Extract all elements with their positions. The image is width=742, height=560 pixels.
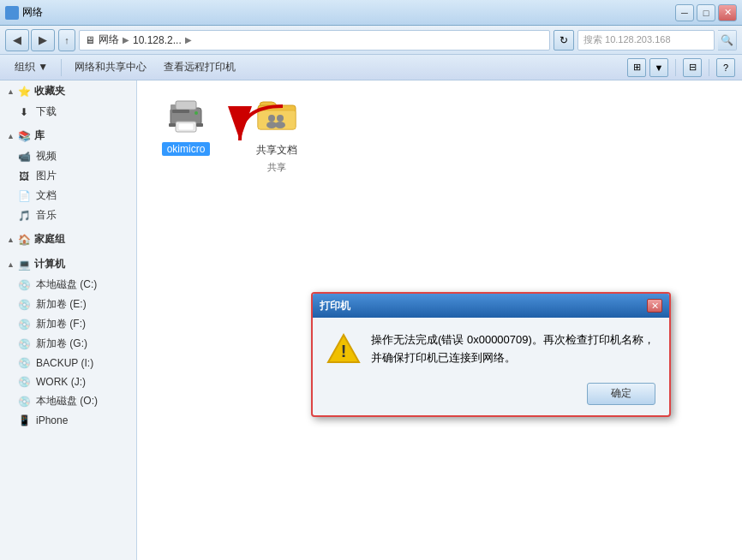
- backup-icon: 💿: [17, 356, 31, 370]
- sidebar-item-drive-f[interactable]: 💿 新加卷 (F:): [0, 314, 136, 334]
- library-header-text: 库: [34, 128, 45, 143]
- refresh-icon: ↻: [559, 34, 568, 46]
- iphone-label: iPhone: [36, 414, 68, 426]
- svg-point-4: [194, 111, 198, 115]
- drive-e-icon: 💿: [17, 298, 31, 312]
- sidebar-item-drive-e[interactable]: 💿 新加卷 (E:): [0, 295, 136, 314]
- pane-button[interactable]: ⊟: [683, 58, 702, 77]
- drive-g-icon: 💿: [17, 337, 31, 351]
- breadcrumb-root: 网络: [99, 33, 119, 47]
- window-controls: ─ □ ✕: [675, 4, 737, 21]
- sidebar-computer-header[interactable]: ▲ 💻 计算机: [0, 253, 136, 275]
- sidebar-item-backup[interactable]: 💿 BACKUP (I:): [0, 354, 136, 372]
- favorites-arrow-icon: ▲: [7, 87, 15, 96]
- minimize-button[interactable]: ─: [675, 4, 694, 21]
- drive-c-icon: 💿: [17, 278, 31, 292]
- drive-e-label: 新加卷 (E:): [36, 297, 87, 312]
- homegroup-arrow-icon: ▲: [7, 235, 15, 244]
- breadcrumb-bar[interactable]: 🖥 网络 ▶ 10.128.2... ▶: [79, 30, 550, 51]
- remote-printer-button[interactable]: 查看远程打印机: [156, 57, 243, 78]
- sidebar-computer-section: ▲ 💻 计算机 💿 本地磁盘 (C:) 💿 新加卷 (E:) 💿 新加卷 (F:…: [0, 253, 136, 430]
- dialog-message: 操作无法完成(错误 0x00000709)。再次检查打印机名称，并确保打印机已连…: [371, 331, 655, 367]
- sidebar-homegroup-section: ▲ 🏠 家庭组: [0, 229, 136, 250]
- dialog-close-button[interactable]: ✕: [647, 299, 662, 313]
- sidebar-item-work[interactable]: 💿 WORK (J:): [0, 372, 136, 391]
- sidebar-item-drive-g[interactable]: 💿 新加卷 (G:): [0, 334, 136, 354]
- printer-item[interactable]: okimicro: [147, 91, 224, 175]
- svg-rect-1: [176, 101, 196, 110]
- refresh-button[interactable]: ↻: [554, 30, 574, 51]
- drive-o-icon: 💿: [17, 395, 31, 408]
- toolbar-separator2: [675, 59, 676, 76]
- work-label: WORK (J:): [36, 376, 86, 388]
- sidebar-item-iphone[interactable]: 📱 iPhone: [0, 411, 136, 430]
- computer-arrow-icon: ▲: [7, 260, 15, 269]
- nav-buttons: ◀ ▶: [5, 29, 55, 51]
- library-icon: 📚: [18, 130, 31, 142]
- drive-g-label: 新加卷 (G:): [36, 337, 87, 351]
- forward-button[interactable]: ▶: [31, 29, 55, 51]
- toolbar-right: ⊞ ▼ ⊟ ?: [627, 58, 735, 77]
- view-dropdown-button[interactable]: ▼: [649, 58, 668, 77]
- svg-rect-7: [196, 123, 203, 127]
- content-area: okimicro: [137, 80, 742, 560]
- sidebar-item-drive-c[interactable]: 💿 本地磁盘 (C:): [0, 275, 136, 295]
- breadcrumb-separator: ▶: [123, 35, 129, 45]
- dialog-title: 打印机: [320, 299, 350, 313]
- view-options-button[interactable]: ⊞: [627, 58, 646, 77]
- search-button[interactable]: 🔍: [718, 30, 737, 51]
- up-button[interactable]: ↑: [58, 29, 75, 51]
- dialog-footer: 确定: [313, 378, 669, 415]
- drive-c-label: 本地磁盘 (C:): [36, 277, 97, 292]
- library-arrow-icon: ▲: [7, 132, 15, 140]
- music-label: 音乐: [36, 208, 57, 223]
- video-icon: 📹: [17, 150, 31, 164]
- close-button[interactable]: ✕: [718, 4, 737, 21]
- svg-rect-3: [178, 123, 194, 130]
- shared-folder-label2: 共享: [264, 160, 290, 175]
- back-button[interactable]: ◀: [5, 29, 29, 51]
- document-icon: 📄: [17, 189, 31, 203]
- svg-point-14: [275, 122, 285, 128]
- help-button[interactable]: ?: [716, 58, 735, 77]
- toolbar-separator3: [709, 59, 709, 76]
- shared-folder-item[interactable]: 共享文档 共享: [238, 91, 315, 175]
- breadcrumb-icon: 🖥: [85, 34, 95, 46]
- folder-icon-wrapper: [249, 91, 304, 139]
- toolbar-separator1: [61, 59, 62, 76]
- svg-rect-6: [169, 123, 176, 127]
- favorites-header-text: 收藏夹: [34, 84, 65, 98]
- document-label: 文档: [36, 188, 57, 203]
- sidebar-item-image[interactable]: 🖼 图片: [0, 166, 136, 186]
- network-center-button[interactable]: 网络和共享中心: [67, 57, 154, 78]
- search-placeholder: 搜索 10.128.203.168: [583, 33, 671, 46]
- shared-folder-label1: 共享文档: [253, 142, 301, 158]
- sidebar-item-video[interactable]: 📹 视频: [0, 146, 136, 166]
- sidebar-homegroup-header[interactable]: ▲ 🏠 家庭组: [0, 229, 136, 250]
- search-input[interactable]: 搜索 10.128.203.168: [577, 30, 715, 51]
- window-icon: [5, 6, 19, 20]
- organize-button[interactable]: 组织 ▼: [7, 57, 56, 78]
- sidebar-library-header[interactable]: ▲ 📚 库: [0, 125, 136, 146]
- search-icon: 🔍: [721, 34, 733, 46]
- image-label: 图片: [36, 169, 57, 183]
- window-title: 网络: [22, 5, 43, 20]
- homegroup-icon: 🏠: [18, 234, 31, 246]
- sidebar-favorites-header[interactable]: ▲ ⭐ 收藏夹: [0, 80, 136, 102]
- error-dialog: 打印机 ✕ ! 操作无法完成(错误 0x00000709)。再次检查打印机名称，…: [311, 292, 671, 417]
- maximize-button[interactable]: □: [697, 4, 715, 21]
- ok-button[interactable]: 确定: [587, 383, 655, 405]
- computer-header-text: 计算机: [34, 257, 65, 271]
- iphone-icon: 📱: [17, 414, 31, 427]
- svg-rect-5: [172, 110, 189, 113]
- drive-o-label: 本地磁盘 (O:): [36, 394, 98, 408]
- video-label: 视频: [36, 149, 57, 164]
- drive-f-label: 新加卷 (F:): [36, 317, 86, 331]
- svg-rect-8: [171, 104, 176, 110]
- sidebar-item-music[interactable]: 🎵 音乐: [0, 206, 136, 225]
- sidebar-item-drive-o[interactable]: 💿 本地磁盘 (O:): [0, 391, 136, 411]
- sidebar-item-download[interactable]: ⬇ 下载: [0, 102, 136, 122]
- download-label: 下载: [36, 104, 57, 119]
- sidebar-item-document[interactable]: 📄 文档: [0, 186, 136, 206]
- dialog-title-bar: 打印机 ✕: [313, 294, 669, 318]
